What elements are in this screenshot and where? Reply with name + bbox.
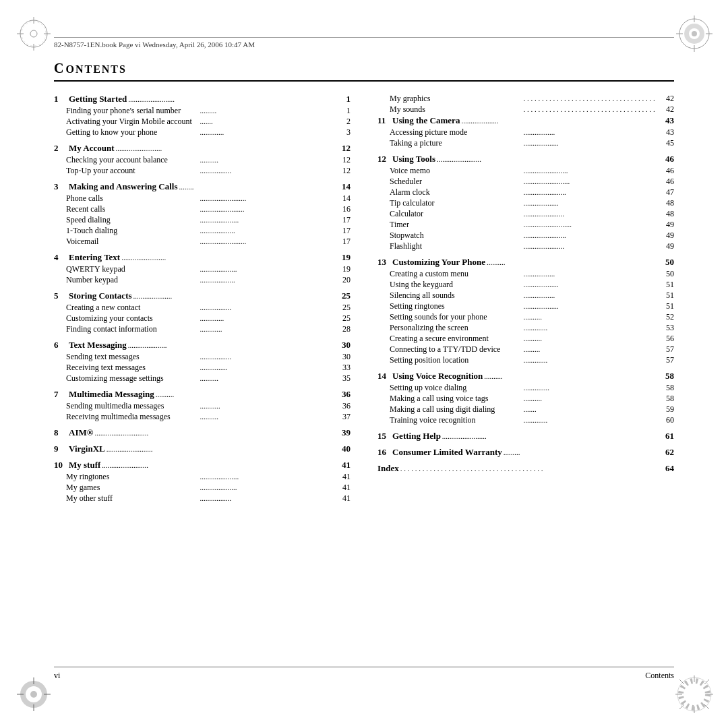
sub-dots: ....... bbox=[200, 117, 333, 125]
toc-sub-item: Silencing all sounds .................51 bbox=[390, 291, 674, 301]
section-number: 1 bbox=[54, 94, 66, 104]
sub-dots bbox=[524, 105, 657, 113]
section-page: 12 bbox=[334, 143, 351, 154]
sub-dots: ................... bbox=[524, 302, 657, 310]
sub-page: 47 bbox=[657, 187, 674, 198]
toc-sub-item: Setting sounds for your phone ..........… bbox=[390, 312, 674, 322]
sub-label: Silencing all sounds bbox=[390, 291, 522, 301]
main-content: CONTENTS 1Getting Started ..............… bbox=[54, 61, 674, 661]
section-label: My Account bbox=[69, 143, 115, 154]
top-bar: 82-N8757-1EN.book Page vi Wednesday, Apr… bbox=[54, 37, 674, 49]
toc-sub-item: Customizing message settings ..........3… bbox=[66, 373, 351, 384]
toc-sub-item: Flashlight ......................49 bbox=[390, 241, 674, 251]
sub-dots: .......... bbox=[524, 334, 657, 342]
section-label: Making and Answering Calls bbox=[69, 181, 177, 192]
toc-sub-item: Recent calls ........................16 bbox=[66, 204, 351, 214]
sub-label: Flashlight bbox=[390, 241, 522, 251]
toc-sub-item: Phone calls .........................14 bbox=[66, 193, 351, 204]
section-number: 15 bbox=[377, 431, 390, 442]
toc-section: 1Getting Started .......................… bbox=[54, 94, 351, 138]
sub-dots: ................. bbox=[524, 270, 657, 278]
section-page: 19 bbox=[334, 252, 351, 263]
sub-label: Speed dialing bbox=[66, 215, 199, 225]
toc-sub-item: My other stuff .................41 bbox=[66, 493, 351, 504]
section-label: VirginXL bbox=[69, 444, 105, 454]
sub-label: Creating a secure environment bbox=[390, 334, 522, 344]
section-label: Consumer Limited Warranty bbox=[392, 447, 502, 458]
page: 82-N8757-1EN.book Page vi Wednesday, Apr… bbox=[0, 0, 728, 728]
toc-sub-item: 1-Touch dialing ...................17 bbox=[66, 226, 351, 236]
toc-sub-item: Taking a picture ...................45 bbox=[390, 138, 674, 148]
sub-dots: ............. bbox=[524, 324, 657, 332]
section-number: 13 bbox=[377, 257, 390, 268]
sub-label: Connecting to a TTY/TDD device bbox=[390, 344, 522, 355]
toc-sub-item: Customizing your contacts .............2… bbox=[66, 313, 351, 324]
toc-sub-item: My games ....................41 bbox=[66, 483, 351, 493]
toc-sub-item: Receiving multimedia messages ..........… bbox=[66, 412, 351, 422]
section-label: Getting Started bbox=[69, 94, 127, 104]
sub-dots: ....................... bbox=[524, 188, 657, 196]
sub-label: Personalizing the screen bbox=[390, 323, 522, 333]
sub-label: My ringtones bbox=[66, 472, 199, 482]
sub-dots: ................... bbox=[200, 276, 333, 284]
toc-sub-item: Tip calculator ...................48 bbox=[390, 198, 674, 208]
section-dots: ........ bbox=[179, 183, 332, 191]
sub-dots: ...................... bbox=[524, 210, 657, 218]
section-number: 7 bbox=[54, 389, 66, 400]
toc-section: 16Consumer Limited Warranty .........62 bbox=[377, 447, 674, 458]
sub-page: 17 bbox=[334, 215, 351, 225]
toc-sub-item: Top-Up your account .................12 bbox=[66, 166, 351, 176]
sub-label: Accessing picture mode bbox=[390, 127, 522, 138]
toc-main-item: 14Using Voice Recognition ..........58 bbox=[377, 371, 674, 382]
sub-page: 12 bbox=[334, 155, 351, 165]
sub-dots: ....... bbox=[524, 405, 657, 413]
sub-page: 12 bbox=[334, 166, 351, 176]
svg-line-29 bbox=[679, 679, 684, 684]
section-page: 25 bbox=[334, 291, 351, 301]
sub-dots bbox=[524, 94, 657, 102]
sub-dots: .......... bbox=[200, 374, 333, 382]
sub-page: 51 bbox=[657, 301, 674, 311]
section-dots: ........................ bbox=[442, 432, 656, 440]
toc-main-item: 1Getting Started .......................… bbox=[54, 94, 351, 104]
sub-label: Voicemail bbox=[66, 237, 199, 247]
section-dots: ............................. bbox=[94, 429, 332, 437]
svg-point-1 bbox=[30, 30, 37, 37]
sub-label: Customizing your contacts bbox=[66, 313, 199, 324]
toc-section: 9VirginXL .........................40 bbox=[54, 444, 351, 454]
sub-label: My games bbox=[66, 483, 199, 493]
toc-sub-item: Speed dialing .....................17 bbox=[66, 215, 351, 225]
section-page: 40 bbox=[334, 444, 351, 454]
toc-section: 8AIM® .............................39 bbox=[54, 427, 351, 438]
index-page: 64 bbox=[657, 463, 674, 474]
section-number: 8 bbox=[54, 427, 66, 438]
sub-label: Number keypad bbox=[66, 275, 199, 285]
sub-page: 14 bbox=[334, 193, 351, 204]
toc-section: 11Using the Camera ....................4… bbox=[377, 115, 674, 148]
section-dots: ......................... bbox=[116, 144, 332, 152]
toc-section: 12Using Tools ........................46… bbox=[377, 154, 674, 251]
sub-page: 51 bbox=[657, 291, 674, 301]
sub-label: Making a call using voice tags bbox=[390, 394, 522, 404]
section-dots: .......... bbox=[156, 390, 332, 398]
sub-dots: ................. bbox=[200, 166, 333, 175]
toc-section: 7Multimedia Messaging ..........36Sendin… bbox=[54, 389, 351, 422]
sub-page: 17 bbox=[334, 226, 351, 236]
sub-page: 36 bbox=[334, 401, 351, 411]
toc-main-item: 7Multimedia Messaging ..........36 bbox=[54, 389, 351, 400]
toc-sub-item: Connecting to a TTY/TDD device .........… bbox=[390, 344, 674, 355]
sub-dots: .................... bbox=[200, 483, 333, 491]
svg-point-15 bbox=[692, 31, 697, 36]
sub-label: Training voice recognition bbox=[390, 415, 522, 425]
sub-dots: ....................... bbox=[524, 231, 657, 239]
sub-page: 52 bbox=[657, 312, 674, 322]
section-number: 16 bbox=[377, 447, 390, 458]
toc-sub-item: Stopwatch .......................49 bbox=[390, 231, 674, 241]
toc-sub-item: Alarm clock .......................47 bbox=[390, 187, 674, 198]
section-label: Using Voice Recognition bbox=[392, 371, 483, 382]
toc-sub-item: Voicemail .........................17 bbox=[66, 237, 351, 247]
toc-sub-item: Finding your phone's serial number .....… bbox=[66, 106, 351, 116]
toc-section: 2My Account .........................12C… bbox=[54, 143, 351, 176]
section-dots: ......................... bbox=[102, 461, 332, 469]
sub-page: 46 bbox=[657, 166, 674, 176]
